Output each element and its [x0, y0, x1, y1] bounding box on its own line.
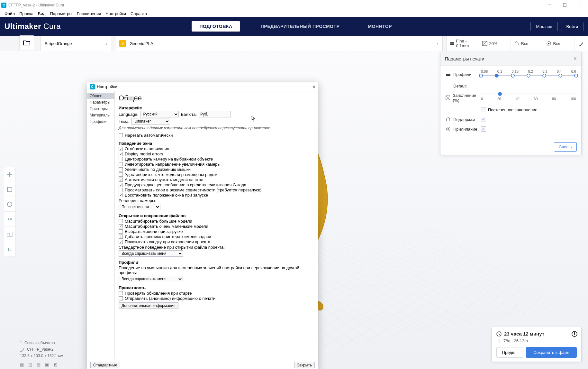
- menubar: Файл Правка Вид Параметры Расширения Нас…: [0, 10, 588, 17]
- window-close[interactable]: [572, 0, 587, 10]
- cb-model-errors[interactable]: [119, 152, 123, 156]
- infill-slider[interactable]: 020406080100: [481, 93, 576, 103]
- chevron-up-icon: ˄: [20, 341, 22, 345]
- menu-edit[interactable]: Правка: [17, 11, 35, 17]
- object-list-toggle[interactable]: ˄Список объектов: [20, 341, 63, 345]
- summary-infill: 20%: [479, 36, 511, 51]
- window-minimize[interactable]: [542, 0, 557, 10]
- model-dimensions: 133.5 x 103.0 x 162.1 мм: [20, 354, 63, 358]
- cb-check-updates[interactable]: [119, 291, 123, 295]
- close-icon[interactable]: ×: [312, 84, 315, 90]
- cb-invert-zoom[interactable]: [119, 162, 123, 166]
- more-info-button[interactable]: Дополнительная информация: [119, 302, 178, 309]
- prefs-tab-profiles[interactable]: Профили: [87, 118, 114, 125]
- cb-save-summary[interactable]: [119, 240, 123, 244]
- menu-view[interactable]: Вид: [36, 11, 48, 17]
- app-icon: C: [1, 3, 6, 8]
- gradual-infill-checkbox[interactable]: [481, 107, 486, 112]
- close-button[interactable]: Закрыть: [294, 362, 315, 368]
- cb-drop-down[interactable]: [119, 178, 123, 182]
- open-file-button[interactable]: [19, 35, 34, 50]
- tool-support-blocker[interactable]: [4, 241, 15, 256]
- object-list-area: ˄Список объектов CFFFP_Vase-2 133.5 x 10…: [20, 341, 63, 360]
- tool-rotate[interactable]: [4, 197, 15, 212]
- custom-settings-button[interactable]: Свое›: [554, 142, 577, 152]
- cb-send-anon[interactable]: [119, 296, 123, 300]
- marketplace-button[interactable]: Магазин: [530, 22, 557, 31]
- theme-select[interactable]: Ultimaker: [131, 118, 170, 125]
- support-label: Поддержки: [453, 117, 475, 122]
- layers-icon: [446, 72, 451, 77]
- stage-monitor[interactable]: МОНИТОР: [360, 21, 400, 32]
- print-settings-summary[interactable]: Fine - 0.1mm 20% Вкл Вкл: [447, 36, 588, 51]
- section-privacy: Приватность: [119, 285, 314, 290]
- material-selector[interactable]: ✔ Generic PLA ‹: [115, 36, 443, 51]
- menu-file[interactable]: Файл: [3, 11, 17, 17]
- cb-zoom-mouse[interactable]: [119, 167, 123, 171]
- view-xray-icon[interactable]: ◫: [28, 362, 32, 367]
- tool-mirror[interactable]: [4, 212, 15, 226]
- svg-point-11: [7, 202, 12, 207]
- edit-settings-icon[interactable]: [575, 36, 588, 51]
- prefs-tab-general[interactable]: Общее: [87, 93, 114, 99]
- currency-input[interactable]: [199, 111, 231, 117]
- cb-restore-win[interactable]: [119, 193, 123, 197]
- stage-preview[interactable]: ПРЕДВАРИТЕЛЬНЫЙ ПРОСМОТР: [253, 21, 348, 32]
- transform-toolbar: [4, 167, 15, 256]
- material-shield-icon: ✔: [119, 40, 126, 47]
- close-icon[interactable]: ×: [573, 55, 577, 62]
- object-item[interactable]: CFFFP_Vase-2: [20, 347, 63, 352]
- viewport[interactable]: ˄Список объектов CFFFP_Vase-2 133.5 x 10…: [0, 51, 588, 369]
- cb-center-camera[interactable]: [119, 157, 123, 161]
- cb-scale-small[interactable]: [119, 224, 123, 228]
- cb-gcode-warn[interactable]: [119, 183, 123, 187]
- save-to-file-button[interactable]: Сохранить в файл: [526, 347, 577, 358]
- print-settings-title: Параметры печати: [445, 56, 484, 61]
- view-front-icon[interactable]: ▣: [45, 362, 49, 367]
- material-name: Generic PLA: [130, 41, 153, 46]
- stage-prepare[interactable]: ПОДГОТОВКА: [192, 21, 240, 32]
- camera-render-select[interactable]: Перспективная: [119, 204, 160, 210]
- profile-slider[interactable]: 0.060.10.150.20.30.40.6: [481, 69, 576, 79]
- cb-slice-auto[interactable]: [119, 133, 123, 137]
- adhesion-label: Прилипание: [453, 127, 477, 132]
- cb-overhang[interactable]: [119, 147, 123, 151]
- svg-rect-13: [10, 232, 12, 236]
- prefs-tab-settings[interactable]: Параметры: [87, 99, 114, 106]
- prefs-tab-printers[interactable]: Принтеры: [87, 106, 114, 112]
- app-icon: C: [90, 84, 95, 89]
- menu-preferences[interactable]: Настройки: [104, 11, 128, 17]
- cb-compat-layers[interactable]: [119, 188, 123, 192]
- support-icon: [446, 117, 451, 122]
- preferences-dialog: C Настройки × Общее Параметры Принтеры М…: [87, 82, 318, 369]
- info-icon[interactable]: i: [572, 331, 577, 337]
- language-select[interactable]: Русский: [140, 111, 179, 117]
- adhesion-checkbox[interactable]: [481, 126, 486, 132]
- view-solid-icon[interactable]: ▦: [20, 362, 24, 367]
- defaults-button[interactable]: Стандартные: [90, 362, 120, 368]
- menu-settings[interactable]: Параметры: [48, 11, 74, 17]
- window-maximize[interactable]: [557, 0, 572, 10]
- cb-ensure-fit[interactable]: [119, 172, 123, 177]
- prefs-title: Настройки: [97, 84, 117, 89]
- menu-extensions[interactable]: Расширения: [75, 11, 103, 17]
- prefs-tab-materials[interactable]: Материалы: [87, 112, 114, 118]
- view-iso-icon[interactable]: ◩: [53, 362, 57, 367]
- print-settings-panel: Параметры печати × Профили 0.060.10.150.…: [440, 52, 582, 155]
- view-layer-icon[interactable]: ▤: [37, 362, 41, 367]
- cb-prefix-job[interactable]: [119, 235, 123, 239]
- tool-scale[interactable]: [4, 182, 15, 197]
- profile-behavior-select[interactable]: Всегда спрашивать меня: [119, 276, 183, 282]
- restart-note: Для применения данных изменений вам потр…: [119, 126, 314, 130]
- menu-help[interactable]: Справка: [129, 11, 149, 17]
- signin-button[interactable]: Войти: [561, 22, 583, 31]
- printer-selector[interactable]: StripedOrange ‹: [41, 36, 111, 51]
- app-header: Ultimaker Cura ПОДГОТОВКА ПРЕДВАРИТЕЛЬНЫ…: [0, 17, 588, 36]
- preview-button[interactable]: Предв...: [496, 347, 523, 358]
- support-checkbox[interactable]: [481, 117, 486, 122]
- tool-move[interactable]: [4, 167, 15, 182]
- default-open-select[interactable]: Всегда спрашивать меня: [119, 250, 183, 257]
- cb-select-on-load[interactable]: [119, 229, 123, 234]
- cb-scale-large[interactable]: [119, 219, 123, 223]
- tool-per-model[interactable]: [4, 226, 15, 241]
